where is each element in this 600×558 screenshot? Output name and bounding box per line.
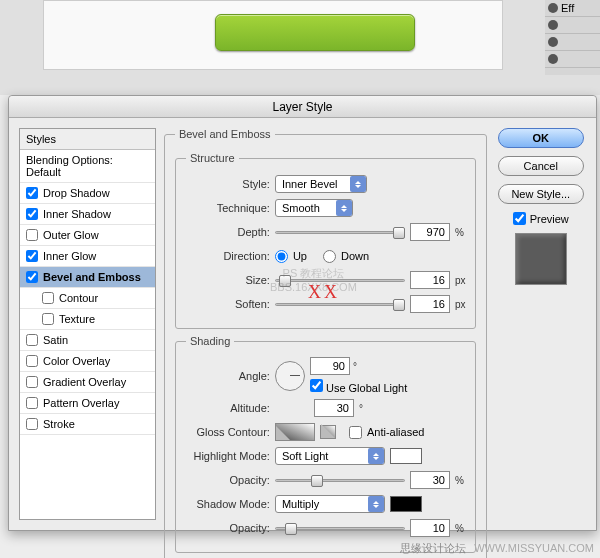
direction-label: Direction: <box>186 250 270 262</box>
direction-up-radio[interactable] <box>275 250 288 263</box>
gloss-contour-label: Gloss Contour: <box>186 426 270 438</box>
altitude-input[interactable] <box>314 399 354 417</box>
angle-input[interactable] <box>310 357 350 375</box>
depth-label: Depth: <box>186 226 270 238</box>
style-inner-glow[interactable]: Inner Glow <box>20 246 155 267</box>
direction-down-radio[interactable] <box>323 250 336 263</box>
ok-button[interactable]: OK <box>498 128 584 148</box>
style-satin[interactable]: Satin <box>20 330 155 351</box>
gloss-contour-picker[interactable] <box>275 423 315 441</box>
soften-slider[interactable] <box>275 297 405 311</box>
shadow-mode-label: Shadow Mode: <box>186 498 270 510</box>
highlight-mode-select[interactable]: Soft Light <box>275 447 385 465</box>
style-texture[interactable]: Texture <box>20 309 155 330</box>
shadow-opacity-input[interactable] <box>410 519 450 537</box>
dropdown-icon <box>368 448 384 464</box>
bevel-emboss-group: Bevel and Emboss Structure Style: Inner … <box>164 128 488 558</box>
angle-label: Angle: <box>186 370 270 382</box>
soften-input[interactable] <box>410 295 450 313</box>
shading-legend: Shading <box>186 335 234 347</box>
eye-icon <box>548 54 558 64</box>
highlight-opacity-label: Opacity: <box>186 474 270 486</box>
altitude-label: Altitude: <box>186 402 270 414</box>
checkbox[interactable] <box>26 187 38 199</box>
checkbox[interactable] <box>26 250 38 262</box>
dropdown-icon <box>336 200 352 216</box>
angle-dial[interactable] <box>275 361 305 391</box>
blending-options[interactable]: Blending Options: Default <box>20 150 155 183</box>
preview-check[interactable] <box>513 212 526 225</box>
canvas-background: Eff <box>0 0 600 95</box>
settings-panel: Bevel and Emboss Structure Style: Inner … <box>164 128 488 520</box>
checkbox[interactable] <box>26 271 38 283</box>
style-outer-glow[interactable]: Outer Glow <box>20 225 155 246</box>
style-inner-shadow[interactable]: Inner Shadow <box>20 204 155 225</box>
preview-swatch <box>515 233 567 285</box>
gloss-contour-dropdown[interactable] <box>320 425 336 439</box>
style-pattern-overlay[interactable]: Pattern Overlay <box>20 393 155 414</box>
shadow-opacity-label: Opacity: <box>186 522 270 534</box>
technique-select[interactable]: Smooth <box>275 199 353 217</box>
styles-list: Styles Blending Options: Default Drop Sh… <box>19 128 156 520</box>
checkbox[interactable] <box>26 397 38 409</box>
structure-legend: Structure <box>186 152 239 164</box>
checkbox[interactable] <box>26 376 38 388</box>
style-drop-shadow[interactable]: Drop Shadow <box>20 183 155 204</box>
highlight-color[interactable] <box>390 448 422 464</box>
style-bevel-emboss[interactable]: Bevel and Emboss <box>20 267 155 288</box>
structure-group: Structure Style: Inner Bevel Technique: … <box>175 152 477 329</box>
style-contour[interactable]: Contour <box>20 288 155 309</box>
style-select[interactable]: Inner Bevel <box>275 175 367 193</box>
shadow-color[interactable] <box>390 496 422 512</box>
layer-style-dialog: Layer Style Styles Blending Options: Def… <box>8 95 597 531</box>
checkbox[interactable] <box>26 355 38 367</box>
dropdown-icon <box>368 496 384 512</box>
eye-icon <box>548 37 558 47</box>
checkbox[interactable] <box>26 418 38 430</box>
shadow-mode-select[interactable]: Multiply <box>275 495 385 513</box>
dropdown-icon <box>350 176 366 192</box>
dialog-buttons: OK Cancel New Style... Preview <box>495 128 586 520</box>
soften-label: Soften: <box>186 298 270 310</box>
layers-panel-fragment: Eff <box>545 0 600 75</box>
technique-label: Technique: <box>186 202 270 214</box>
depth-slider[interactable] <box>275 225 405 239</box>
size-input[interactable] <box>410 271 450 289</box>
global-light-check[interactable] <box>310 379 323 392</box>
eye-icon <box>548 3 558 13</box>
size-slider[interactable] <box>275 273 405 287</box>
checkbox[interactable] <box>26 334 38 346</box>
shading-group: Shading Angle: ° Use Global Light <box>175 335 477 553</box>
style-color-overlay[interactable]: Color Overlay <box>20 351 155 372</box>
cancel-button[interactable]: Cancel <box>498 156 584 176</box>
green-button-graphic <box>215 14 415 51</box>
style-label: Style: <box>186 178 270 190</box>
style-stroke[interactable]: Stroke <box>20 414 155 435</box>
antialiased-check[interactable] <box>349 426 362 439</box>
eye-icon <box>548 20 558 30</box>
checkbox[interactable] <box>42 292 54 304</box>
style-gradient-overlay[interactable]: Gradient Overlay <box>20 372 155 393</box>
highlight-opacity-slider[interactable] <box>275 473 405 487</box>
new-style-button[interactable]: New Style... <box>498 184 584 204</box>
checkbox[interactable] <box>26 208 38 220</box>
shadow-opacity-slider[interactable] <box>275 521 405 535</box>
styles-header[interactable]: Styles <box>20 129 155 150</box>
highlight-mode-label: Highlight Mode: <box>186 450 270 462</box>
footer-watermark: 思缘设计论坛WWW.MISSYUAN.COM <box>400 541 594 556</box>
depth-input[interactable] <box>410 223 450 241</box>
checkbox[interactable] <box>26 229 38 241</box>
highlight-opacity-input[interactable] <box>410 471 450 489</box>
checkbox[interactable] <box>42 313 54 325</box>
effects-label: Eff <box>561 2 574 14</box>
bevel-emboss-legend: Bevel and Emboss <box>175 128 275 140</box>
dialog-title: Layer Style <box>9 96 596 118</box>
size-label: Size: <box>186 274 270 286</box>
preview-label: Preview <box>530 213 569 225</box>
